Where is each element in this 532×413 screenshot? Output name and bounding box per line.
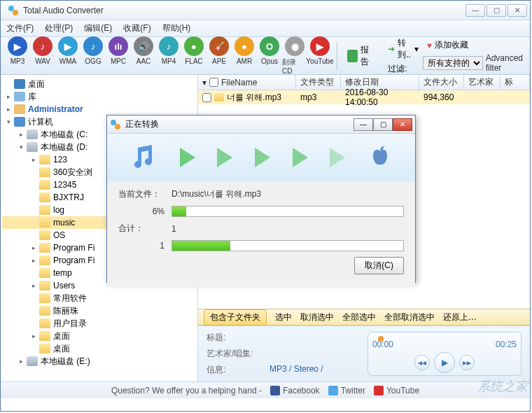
expand-icon[interactable]: ▾ bbox=[18, 144, 25, 151]
minimize-button[interactable]: — bbox=[465, 4, 485, 17]
tree-node[interactable]: 常用软件 bbox=[2, 292, 196, 304]
forward-button[interactable]: ▸▸ bbox=[459, 355, 475, 370]
include-subfolders-button[interactable]: 包含子文件夹 bbox=[204, 309, 267, 326]
expand-icon[interactable]: ▸ bbox=[18, 131, 25, 139]
selectall-button[interactable]: 全部选中 bbox=[342, 312, 376, 323]
format-mp4[interactable]: ♪MP4 bbox=[156, 36, 181, 75]
format-aac[interactable]: 🔊AAC bbox=[131, 36, 156, 75]
format-icon: O bbox=[260, 36, 279, 56]
expand-icon[interactable] bbox=[30, 206, 38, 214]
expand-icon[interactable]: ▸ bbox=[5, 106, 13, 113]
format-flac[interactable]: ●FLAC bbox=[181, 36, 206, 75]
expand-icon[interactable] bbox=[30, 307, 38, 315]
file-size: 994,360 bbox=[419, 91, 464, 104]
advanced-filter-link[interactable]: Advanced filter bbox=[486, 53, 526, 73]
dialog-animation bbox=[107, 134, 415, 181]
col-artist[interactable]: 艺术家 bbox=[464, 75, 500, 90]
tree-node[interactable]: 桌面 bbox=[2, 78, 196, 90]
seek-handle[interactable] bbox=[378, 336, 384, 342]
tree-node[interactable]: 陈丽珠 bbox=[2, 304, 196, 317]
select-button[interactable]: 选中 bbox=[275, 312, 292, 323]
cancel-button[interactable]: 取消(C) bbox=[354, 257, 404, 274]
expand-icon[interactable] bbox=[30, 169, 38, 176]
expand-icon[interactable]: ▸ bbox=[30, 244, 38, 252]
filter-select[interactable]: 所有支持的 bbox=[423, 56, 483, 70]
youtube-link[interactable]: YouTube bbox=[374, 386, 419, 396]
format-刻录 cd[interactable]: ◉刻录 CD bbox=[282, 36, 307, 75]
file-checkbox[interactable] bbox=[202, 93, 211, 102]
format-icon: ▶ bbox=[310, 36, 330, 56]
favorite-button[interactable]: ♥ 添加收藏 bbox=[423, 38, 526, 52]
format-ape[interactable]: 🎸APE bbox=[206, 36, 232, 75]
dialog-maximize-button[interactable]: ▢ bbox=[373, 118, 393, 131]
tree-label: 库 bbox=[28, 91, 36, 103]
close-button[interactable]: ✕ bbox=[507, 4, 527, 17]
tree-node[interactable]: ▸本地磁盘 (E:) bbox=[2, 355, 196, 368]
maximize-button[interactable]: ▢ bbox=[486, 4, 506, 17]
menu-file[interactable]: 文件(F) bbox=[6, 22, 34, 34]
format-youtube[interactable]: ▶YouTube bbox=[307, 36, 332, 75]
revert-button[interactable]: 还原上… bbox=[443, 312, 477, 323]
twitter-link[interactable]: Twitter bbox=[328, 386, 365, 396]
tree-label: 用户目录 bbox=[53, 318, 87, 330]
tree-label: 常用软件 bbox=[53, 293, 87, 304]
tree-node[interactable]: 桌面 bbox=[2, 342, 196, 355]
expand-icon[interactable] bbox=[30, 232, 38, 239]
expand-icon[interactable]: ▾ bbox=[5, 118, 13, 126]
expand-icon[interactable]: ▸ bbox=[30, 282, 38, 290]
expand-icon[interactable] bbox=[5, 80, 13, 88]
rewind-button[interactable]: ◂◂ bbox=[414, 355, 430, 370]
expand-icon[interactable]: ▸ bbox=[30, 257, 38, 265]
folder-icon bbox=[39, 155, 50, 164]
format-opus[interactable]: OOpus bbox=[257, 36, 282, 75]
expand-icon[interactable] bbox=[30, 345, 38, 353]
menu-favorites[interactable]: 收藏(F) bbox=[123, 22, 150, 34]
format-wav[interactable]: ♪WAV bbox=[30, 36, 55, 75]
format-mp3[interactable]: ▶MP3 bbox=[5, 36, 30, 75]
format-amr[interactable]: ●AMR bbox=[232, 36, 257, 75]
col-filename[interactable]: ▾ FileName bbox=[198, 75, 296, 90]
expand-icon[interactable]: ▸ bbox=[30, 156, 38, 164]
expand-icon[interactable] bbox=[30, 181, 38, 189]
titlebar[interactable]: Total Audio Converter — ▢ ✕ bbox=[1, 1, 530, 20]
expand-icon[interactable] bbox=[30, 270, 38, 277]
tree-node[interactable]: 用户目录 bbox=[2, 317, 196, 330]
facebook-link[interactable]: Facebook bbox=[270, 386, 320, 396]
svg-point-0 bbox=[8, 6, 14, 11]
expand-icon[interactable] bbox=[30, 295, 38, 302]
col-title[interactable]: 标 bbox=[500, 75, 530, 90]
dialog-titlebar[interactable]: 正在转换 — ▢ ✕ bbox=[107, 115, 415, 134]
menu-edit[interactable]: 编辑(E) bbox=[84, 22, 112, 34]
done-label: 1 bbox=[118, 241, 172, 251]
youtube-icon bbox=[374, 386, 384, 396]
report-button[interactable]: 报告 bbox=[342, 41, 379, 71]
expand-icon[interactable] bbox=[30, 320, 38, 328]
format-ogg[interactable]: ♪OGG bbox=[80, 36, 106, 75]
expand-icon[interactable]: ▸ bbox=[30, 332, 38, 340]
dialog-minimize-button[interactable]: — bbox=[354, 118, 373, 131]
col-type[interactable]: 文件类型 bbox=[296, 75, 341, 90]
tree-node[interactable]: ▸Administrator bbox=[2, 103, 196, 115]
menu-process[interactable]: 处理(P) bbox=[45, 22, 73, 34]
expand-icon[interactable] bbox=[30, 194, 38, 202]
unselect-button[interactable]: 取消选中 bbox=[300, 312, 334, 323]
format-wma[interactable]: ▶WMA bbox=[55, 36, 80, 75]
expand-icon[interactable]: ▸ bbox=[18, 358, 25, 365]
expand-icon[interactable]: ▸ bbox=[5, 93, 13, 101]
col-size[interactable]: 文件大小 bbox=[419, 75, 464, 90]
tree-node[interactable]: ▸库 bbox=[2, 90, 196, 103]
total-value: 1 bbox=[172, 224, 176, 234]
format-icon: 🔊 bbox=[134, 36, 153, 56]
menu-help[interactable]: 帮助(H) bbox=[162, 22, 191, 34]
file-row[interactable]: 너를 위해.mp3mp32016-08-30 14:00:50994,360 bbox=[198, 90, 530, 104]
play-button[interactable]: ▶ bbox=[434, 352, 455, 373]
format-mpc[interactable]: ılıMPC bbox=[106, 36, 131, 75]
tree-node[interactable]: ▸桌面 bbox=[2, 330, 196, 342]
dialog-close-button[interactable]: ✕ bbox=[393, 118, 412, 131]
selection-bar: 包含子文件夹 选中 取消选中 全部选中 全部取消选中 还原上… bbox=[198, 309, 530, 326]
expand-icon[interactable] bbox=[30, 219, 38, 227]
unselectall-button[interactable]: 全部取消选中 bbox=[384, 312, 435, 323]
selectall-checkbox[interactable] bbox=[209, 78, 218, 87]
convert-button[interactable]: ➜ 转到.. ▾ bbox=[384, 36, 423, 62]
window-title: Total Audio Converter bbox=[23, 6, 465, 15]
